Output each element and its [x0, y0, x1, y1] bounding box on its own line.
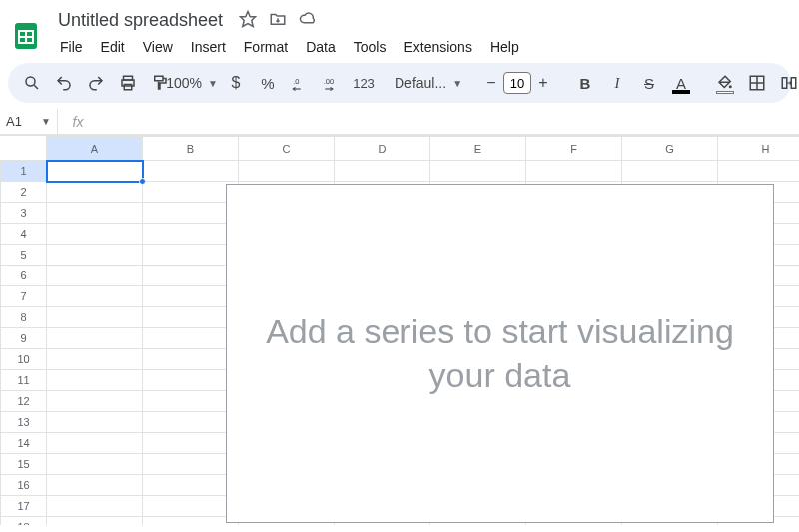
select-all-corner[interactable] — [1, 137, 47, 161]
font-family-select[interactable]: Defaul... ▼ — [394, 69, 463, 97]
cell[interactable] — [47, 391, 143, 412]
row-header[interactable]: 17 — [1, 496, 47, 517]
selection-handle[interactable] — [139, 178, 146, 185]
cell[interactable] — [335, 161, 430, 182]
cell[interactable] — [143, 307, 239, 328]
cell[interactable] — [143, 433, 239, 454]
menu-edit[interactable]: Edit — [93, 35, 133, 59]
cell[interactable] — [47, 307, 143, 328]
row-header[interactable]: 6 — [1, 266, 47, 286]
sheets-logo-icon[interactable] — [8, 18, 44, 54]
cell[interactable] — [47, 412, 143, 433]
italic-icon[interactable]: I — [603, 69, 631, 97]
print-icon[interactable] — [114, 69, 142, 97]
cell[interactable] — [239, 161, 335, 182]
column-header[interactable]: D — [335, 137, 430, 161]
cell[interactable] — [622, 161, 718, 182]
row-header[interactable]: 16 — [1, 475, 47, 496]
row-header[interactable]: 5 — [1, 245, 47, 266]
bold-icon[interactable]: B — [571, 69, 599, 97]
star-icon[interactable] — [239, 10, 257, 31]
font-size-input[interactable] — [503, 72, 531, 94]
cell[interactable] — [143, 349, 239, 370]
cell[interactable] — [718, 161, 800, 182]
cell[interactable] — [47, 349, 143, 370]
menu-view[interactable]: View — [135, 35, 181, 59]
row-header[interactable]: 18 — [1, 517, 47, 526]
borders-icon[interactable] — [743, 69, 771, 97]
decrease-decimal-icon[interactable]: .0 — [286, 69, 314, 97]
spreadsheet-grid[interactable]: ABCDEFGH1234567891011121314151617181920 … — [0, 135, 799, 525]
row-header[interactable]: 7 — [1, 286, 47, 307]
decrease-font-size-button[interactable]: − — [479, 71, 503, 95]
document-title[interactable]: Untitled spreadsheet — [52, 8, 229, 33]
cell[interactable] — [47, 370, 143, 391]
cell[interactable] — [47, 245, 143, 266]
column-header[interactable]: E — [430, 137, 526, 161]
cell[interactable] — [47, 517, 143, 526]
redo-icon[interactable] — [82, 69, 110, 97]
increase-font-size-button[interactable]: + — [531, 71, 555, 95]
cell[interactable] — [47, 496, 143, 517]
menu-insert[interactable]: Insert — [183, 35, 234, 59]
cell[interactable] — [143, 161, 239, 182]
row-header[interactable]: 3 — [1, 203, 47, 224]
cell[interactable] — [143, 224, 239, 245]
cell[interactable] — [47, 433, 143, 454]
column-header[interactable]: A — [47, 137, 143, 161]
cell[interactable] — [143, 391, 239, 412]
row-header[interactable]: 9 — [1, 328, 47, 349]
increase-decimal-icon[interactable]: .00 — [318, 69, 346, 97]
cell[interactable] — [143, 266, 239, 286]
strikethrough-icon[interactable]: S — [635, 69, 663, 97]
cell[interactable] — [47, 454, 143, 475]
cell[interactable] — [47, 224, 143, 245]
text-color-icon[interactable]: A — [667, 69, 695, 97]
cell[interactable] — [143, 475, 239, 496]
menu-format[interactable]: Format — [236, 35, 296, 59]
currency-icon[interactable]: $ — [222, 69, 250, 97]
row-header[interactable]: 14 — [1, 433, 47, 454]
fill-color-icon[interactable] — [711, 69, 739, 97]
menu-data[interactable]: Data — [298, 35, 344, 59]
cell[interactable] — [47, 203, 143, 224]
zoom-select[interactable]: 100% ▼ — [178, 69, 206, 97]
percent-icon[interactable]: % — [254, 69, 282, 97]
row-header[interactable]: 10 — [1, 349, 47, 370]
number-format-123[interactable]: 123 — [350, 69, 378, 97]
cell[interactable] — [47, 266, 143, 286]
row-header[interactable]: 8 — [1, 307, 47, 328]
cell[interactable] — [526, 161, 622, 182]
row-header[interactable]: 4 — [1, 224, 47, 245]
row-header[interactable]: 11 — [1, 370, 47, 391]
row-header[interactable]: 15 — [1, 454, 47, 475]
menu-file[interactable]: File — [52, 35, 91, 59]
column-header[interactable]: B — [143, 137, 239, 161]
cell[interactable] — [143, 328, 239, 349]
column-header[interactable]: H — [718, 137, 800, 161]
menu-help[interactable]: Help — [482, 35, 527, 59]
cell[interactable] — [47, 161, 143, 182]
chart-placeholder[interactable]: Add a series to start visualizing your d… — [226, 184, 774, 523]
column-header[interactable]: G — [622, 137, 718, 161]
move-icon[interactable] — [269, 10, 287, 31]
cell[interactable] — [47, 286, 143, 307]
row-header[interactable]: 1 — [1, 161, 47, 182]
cell[interactable] — [47, 182, 143, 203]
cell[interactable] — [47, 328, 143, 349]
column-header[interactable]: C — [239, 137, 335, 161]
cell[interactable] — [143, 203, 239, 224]
name-box[interactable]: A1 ▼ — [0, 109, 58, 134]
cloud-status-icon[interactable] — [299, 10, 317, 31]
cell[interactable] — [143, 286, 239, 307]
cell[interactable] — [143, 454, 239, 475]
cell[interactable] — [143, 412, 239, 433]
undo-icon[interactable] — [50, 69, 78, 97]
cell[interactable] — [143, 182, 239, 203]
row-header[interactable]: 12 — [1, 391, 47, 412]
row-header[interactable]: 13 — [1, 412, 47, 433]
cell[interactable] — [143, 517, 239, 526]
cell[interactable] — [47, 475, 143, 496]
menu-extensions[interactable]: Extensions — [396, 35, 479, 59]
cell[interactable] — [143, 245, 239, 266]
